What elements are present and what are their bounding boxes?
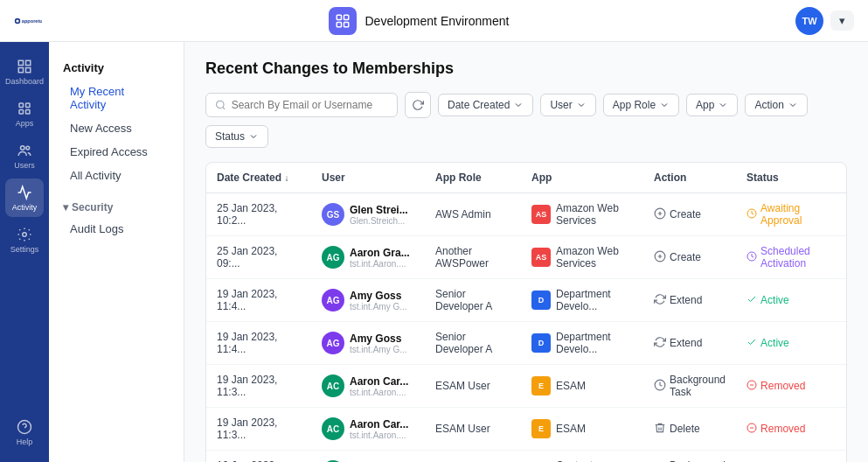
sidebar-item-help[interactable]: Help bbox=[5, 413, 44, 452]
left-nav-security-header: ▾ Security bbox=[49, 194, 184, 217]
sidebar-label-dashboard: Dashboard bbox=[5, 77, 44, 86]
cell-actioner-1: TW Ting Wang bbox=[841, 236, 846, 279]
user-avatar-1: AG bbox=[322, 246, 344, 269]
grid-icon bbox=[17, 59, 32, 74]
user-info-2: Amy Goss tst.int.Amy G... bbox=[350, 290, 407, 312]
status-label-3: Active bbox=[760, 337, 789, 349]
user-avatar[interactable]: TW bbox=[795, 7, 823, 35]
cell-user-6: AG Aaron Gra... tst.int.Aaron.... bbox=[311, 451, 425, 463]
filter-date-created[interactable]: Date Created bbox=[438, 94, 533, 116]
sidebar-item-activity[interactable]: Activity bbox=[5, 178, 44, 217]
cell-user-3: AG Amy Goss tst.int.Amy G... bbox=[311, 322, 425, 365]
app-name-1: Amazon Web Services bbox=[556, 245, 633, 270]
left-nav-item-my-recent[interactable]: My Recent Activity bbox=[56, 80, 177, 116]
chevron-down-icon bbox=[248, 131, 259, 142]
filter-app[interactable]: App bbox=[686, 94, 738, 116]
cell-app-6: CM Content Manager (Pro... bbox=[521, 451, 643, 463]
user-sub-5: tst.int.Aaron.... bbox=[350, 430, 408, 440]
search-box[interactable] bbox=[205, 93, 398, 117]
user-sub-4: tst.int.Aaron.... bbox=[350, 388, 408, 397]
chevron-icon: ▾ bbox=[63, 201, 68, 214]
user-name-5: Aaron Car... bbox=[350, 418, 408, 430]
topbar-right: TW ▾ bbox=[795, 7, 854, 35]
table-row[interactable]: 19 Jan 2023, 11:3... AG Aaron Gra... tst… bbox=[206, 451, 846, 463]
app-name-4: ESAM bbox=[556, 380, 586, 392]
table-row[interactable]: 19 Jan 2023, 11:4... AG Amy Goss tst.int… bbox=[206, 279, 846, 322]
cell-date-5: 19 Jan 2023, 11:3... bbox=[206, 408, 311, 451]
status-icon-1 bbox=[746, 251, 757, 264]
app-name-5: ESAM bbox=[556, 423, 586, 435]
sidebar-item-settings[interactable]: Settings bbox=[5, 220, 44, 259]
action-cell-0: Create bbox=[654, 207, 726, 222]
cell-action-3: Extend bbox=[643, 322, 736, 365]
svg-rect-6 bbox=[344, 22, 348, 26]
app-name-3: Department Develo... bbox=[556, 331, 633, 355]
left-nav-item-new-access[interactable]: New Access bbox=[56, 116, 177, 140]
table-scroll[interactable]: Date Created ↓ User App Role App Action … bbox=[206, 163, 846, 462]
col-header-user: User bbox=[311, 163, 425, 193]
sidebar-item-users[interactable]: Users bbox=[5, 136, 44, 175]
cell-action-1: Create bbox=[643, 236, 736, 279]
status-icon-4 bbox=[746, 380, 757, 393]
svg-rect-13 bbox=[19, 109, 24, 114]
svg-point-20 bbox=[217, 101, 224, 108]
cell-user-1: AG Aaron Gra... tst.int.Aaron.... bbox=[311, 236, 425, 279]
chevron-down-icon bbox=[576, 100, 587, 110]
sidebar-item-dashboard[interactable]: Dashboard bbox=[5, 52, 44, 91]
user-sub-2: tst.int.Amy G... bbox=[350, 302, 407, 312]
membership-table: Date Created ↓ User App Role App Action … bbox=[206, 163, 846, 462]
cell-actioner-4: TW Ting Wang bbox=[841, 365, 846, 408]
cell-date-1: 25 Jan 2023, 09:... bbox=[206, 236, 311, 279]
user-info-4: Aaron Car... tst.int.Aaron.... bbox=[350, 375, 408, 397]
action-icon-1 bbox=[654, 250, 666, 265]
cell-actioner-3: TW Ting Wang bbox=[841, 322, 846, 365]
users-icon bbox=[17, 143, 32, 158]
filter-user[interactable]: User bbox=[540, 94, 595, 116]
cell-approle-3: Senior Developer A bbox=[425, 322, 521, 365]
cell-app-2: D Department Develo... bbox=[521, 279, 643, 322]
main-content: Recent Changes to Memberships Date Creat… bbox=[184, 42, 868, 462]
table-row[interactable]: 19 Jan 2023, 11:4... AG Amy Goss tst.int… bbox=[206, 322, 846, 365]
cell-date-2: 19 Jan 2023, 11:4... bbox=[206, 279, 311, 322]
table-row[interactable]: 19 Jan 2023, 11:3... AC Aaron Car... tst… bbox=[206, 408, 846, 451]
sidebar-label-apps: Apps bbox=[16, 119, 34, 128]
left-nav-item-audit[interactable]: Audit Logs bbox=[56, 217, 177, 241]
activity-icon bbox=[17, 185, 32, 200]
user-info-0: Glen Strei... Glen.Streich... bbox=[350, 204, 408, 226]
cell-status-6: Active bbox=[736, 451, 841, 463]
svg-rect-7 bbox=[18, 60, 23, 65]
svg-rect-10 bbox=[26, 67, 31, 72]
svg-point-16 bbox=[26, 146, 30, 150]
cell-status-3: Active bbox=[736, 322, 841, 365]
cell-app-0: AS Amazon Web Services bbox=[521, 193, 643, 236]
cell-status-1: Scheduled Activation bbox=[736, 236, 841, 279]
topbar-menu-label: ▾ bbox=[839, 14, 845, 27]
filter-app-role[interactable]: App Role bbox=[603, 94, 679, 116]
col-header-status: Status bbox=[736, 163, 841, 193]
col-header-app: App bbox=[521, 163, 643, 193]
chevron-down-icon bbox=[788, 100, 798, 110]
cell-user-2: AG Amy Goss tst.int.Amy G... bbox=[311, 279, 425, 322]
filter-status[interactable]: Status bbox=[205, 125, 268, 148]
refresh-button[interactable] bbox=[405, 92, 431, 118]
user-avatar-5: AC bbox=[322, 417, 344, 440]
search-input[interactable] bbox=[232, 99, 388, 111]
action-icon-2 bbox=[654, 293, 666, 308]
user-avatar-0: GS bbox=[322, 203, 344, 226]
table-row[interactable]: 25 Jan 2023, 10:2... GS Glen Strei... Gl… bbox=[206, 193, 846, 236]
cell-action-5: Delete bbox=[643, 408, 736, 451]
topbar-menu[interactable]: ▾ bbox=[830, 10, 854, 31]
status-cell-1: Scheduled Activation bbox=[746, 245, 830, 270]
cell-app-3: D Department Develo... bbox=[521, 322, 643, 365]
left-nav-item-all[interactable]: All Activity bbox=[56, 164, 177, 187]
col-header-approle: App Role bbox=[425, 163, 521, 193]
left-nav-security-section: ▾ Security Audit Logs bbox=[49, 194, 184, 241]
cell-app-4: E ESAM bbox=[521, 365, 643, 408]
left-nav-item-expired[interactable]: Expired Access bbox=[56, 140, 177, 164]
action-cell-1: Create bbox=[654, 250, 726, 265]
filter-action[interactable]: Action bbox=[745, 94, 807, 116]
table-row[interactable]: 25 Jan 2023, 09:... AG Aaron Gra... tst.… bbox=[206, 236, 846, 279]
table-row[interactable]: 19 Jan 2023, 11:3... AC Aaron Car... tst… bbox=[206, 365, 846, 408]
sidebar-item-apps[interactable]: Apps bbox=[5, 94, 44, 133]
svg-rect-5 bbox=[337, 22, 341, 26]
